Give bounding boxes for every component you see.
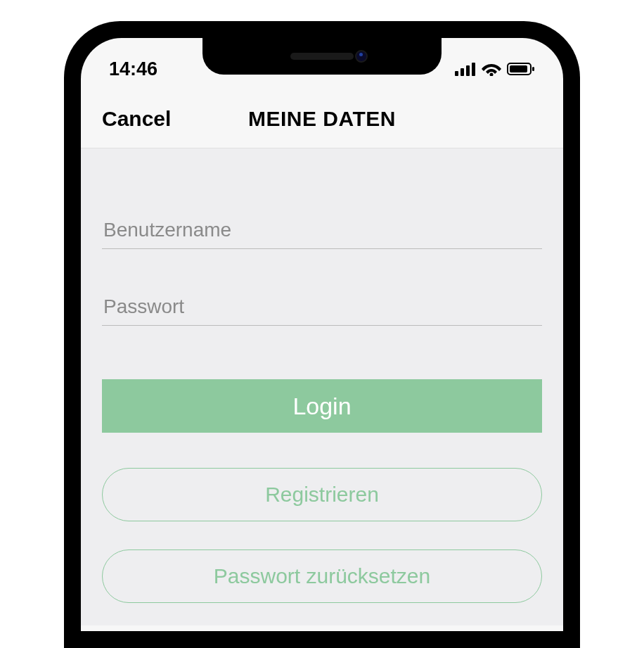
phone-frame: 14:46 [64,21,580,648]
password-input[interactable] [102,288,542,326]
page-title: MEINE DATEN [248,107,396,131]
wifi-icon [482,62,501,76]
svg-rect-7 [532,67,534,71]
username-input[interactable] [102,212,542,249]
reset-password-button[interactable]: Passwort zurücksetzen [102,549,542,603]
svg-rect-2 [466,65,470,76]
navigation-bar: Cancel MEINE DATEN [81,87,563,148]
login-form: Login Registrieren Passwort zurücksetzen [81,148,563,625]
cellular-signal-icon [455,62,476,76]
svg-rect-3 [472,63,475,76]
status-icons [455,62,535,76]
svg-rect-6 [510,65,527,72]
svg-rect-0 [455,71,458,76]
login-button[interactable]: Login [102,379,542,433]
status-time: 14:46 [109,58,157,80]
phone-screen: 14:46 [81,38,563,631]
cancel-button[interactable]: Cancel [102,107,171,131]
battery-icon [507,62,535,76]
speaker-grill [290,53,354,60]
phone-notch [202,38,442,75]
svg-rect-1 [461,68,464,76]
svg-point-4 [490,73,494,77]
front-camera [355,50,368,63]
register-button[interactable]: Registrieren [102,468,542,521]
